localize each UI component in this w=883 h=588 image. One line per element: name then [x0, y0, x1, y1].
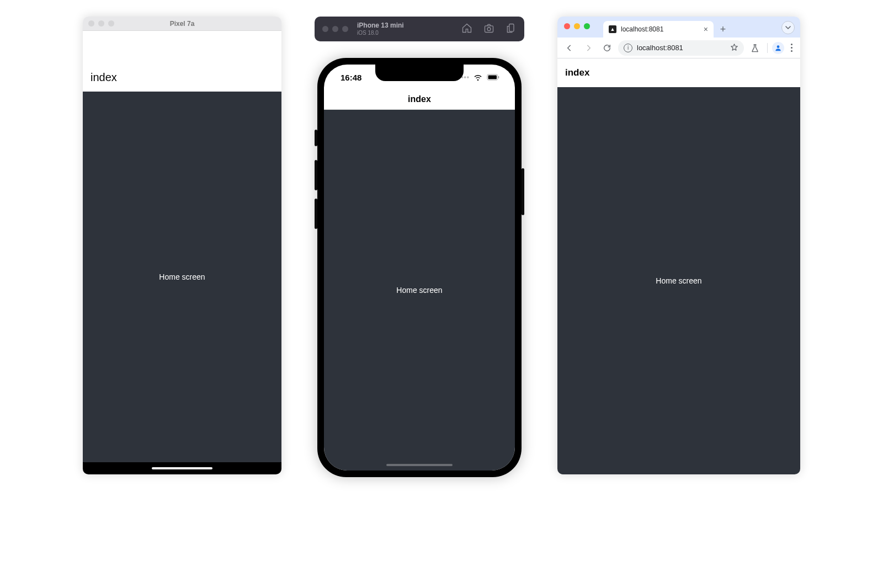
status-time: 16:48	[341, 73, 361, 82]
browser-viewport: index Home screen	[557, 58, 800, 474]
window-close-button[interactable]	[564, 23, 570, 29]
ios-simulator-device-name: iPhone 13 mini	[357, 22, 456, 30]
window-controls[interactable]	[88, 20, 114, 26]
svg-rect-0	[485, 25, 493, 32]
android-screen: index Home screen	[83, 31, 281, 474]
window-close-dot[interactable]	[88, 20, 94, 26]
svg-rect-5	[498, 76, 499, 78]
screenshot-icon[interactable]	[483, 23, 494, 36]
page-title: index	[408, 94, 431, 104]
browser-tab[interactable]: ▲ localhost:8081 ×	[603, 21, 714, 38]
browser-menu-icon[interactable]	[788, 44, 796, 52]
window-minimize-dot[interactable]	[332, 26, 338, 32]
url-bar[interactable]: i localhost:8081	[618, 40, 744, 56]
new-tab-button[interactable]: +	[716, 22, 730, 36]
bookmark-icon[interactable]	[730, 43, 738, 53]
ios-simulator-os-label: iOS 18.0	[357, 30, 456, 36]
svg-point-1	[487, 27, 491, 30]
window-zoom-button[interactable]	[584, 23, 590, 29]
home-screen-text: Home screen	[159, 272, 205, 281]
ios-simulator-titlebar[interactable]: iPhone 13 mini iOS 18.0	[315, 17, 524, 41]
android-emulator-window: Pixel 7a index Home screen	[83, 17, 281, 474]
app-content: Home screen	[83, 92, 281, 462]
url-text: localhost:8081	[637, 44, 726, 52]
mute-switch[interactable]	[315, 130, 317, 146]
app-content: Home screen	[557, 87, 800, 474]
app-navigation-header: index	[557, 58, 800, 87]
tab-title: localhost:8081	[621, 25, 663, 33]
reload-button[interactable]	[599, 40, 615, 56]
favicon: ▲	[609, 25, 616, 33]
volume-up-button[interactable]	[315, 160, 317, 190]
tab-overflow-button[interactable]	[781, 21, 795, 34]
svg-point-6	[777, 45, 780, 48]
back-button[interactable]	[562, 40, 577, 56]
forward-button[interactable]	[581, 40, 596, 56]
battery-icon	[486, 73, 501, 82]
browser-tabbar[interactable]: ▲ localhost:8081 × +	[557, 17, 800, 38]
app-navigation-header: index	[324, 89, 515, 110]
browser-toolbar: i localhost:8081	[557, 38, 800, 58]
home-indicator[interactable]	[386, 464, 453, 466]
ios-simulator-group: iPhone 13 mini iOS 18.0 16:48 ••••	[315, 17, 524, 477]
iphone-screen: 16:48 •••• index Home screen	[324, 65, 515, 471]
android-titlebar[interactable]: Pixel 7a	[83, 17, 281, 31]
android-gesture-bar[interactable]	[83, 462, 281, 474]
gesture-pill[interactable]	[152, 467, 212, 469]
volume-down-button[interactable]	[315, 199, 317, 229]
svg-rect-2	[509, 24, 514, 31]
profile-avatar[interactable]	[772, 42, 784, 54]
svg-rect-4	[488, 75, 497, 79]
labs-icon[interactable]	[747, 40, 763, 56]
browser-window: ▲ localhost:8081 × + i localhost:8081	[557, 17, 800, 474]
power-button[interactable]	[522, 168, 524, 215]
home-icon[interactable]	[461, 23, 472, 36]
window-zoom-dot[interactable]	[342, 26, 348, 32]
window-controls[interactable]	[322, 26, 348, 32]
home-screen-text: Home screen	[656, 276, 701, 285]
home-screen-text: Home screen	[396, 286, 442, 295]
toolbar-divider	[767, 43, 768, 53]
tab-close-icon[interactable]: ×	[704, 25, 708, 33]
window-close-dot[interactable]	[322, 26, 328, 32]
window-controls[interactable]	[564, 23, 590, 29]
app-navigation-header: index	[83, 53, 281, 92]
page-title: index	[91, 71, 117, 84]
site-info-icon[interactable]: i	[624, 44, 632, 52]
iphone-device-frame: 16:48 •••• index Home screen	[317, 58, 522, 477]
wifi-icon	[473, 73, 483, 82]
window-zoom-dot[interactable]	[108, 20, 114, 26]
window-minimize-dot[interactable]	[98, 20, 104, 26]
page-title: index	[565, 67, 589, 78]
iphone-notch	[375, 65, 464, 81]
app-content: Home screen	[324, 110, 515, 471]
android-statusbar	[83, 31, 281, 53]
window-minimize-button[interactable]	[574, 23, 580, 29]
rotate-icon[interactable]	[506, 23, 517, 36]
